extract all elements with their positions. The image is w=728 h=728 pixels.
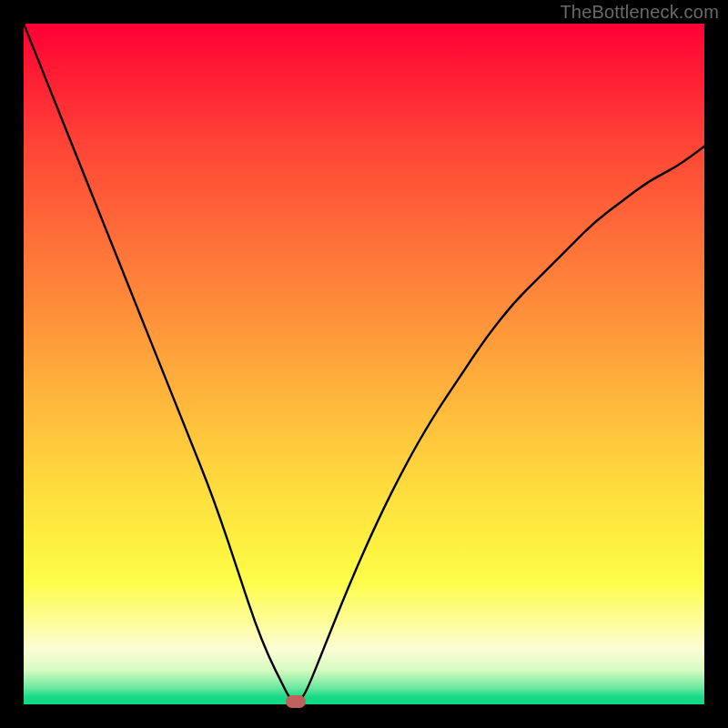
watermark-text: TheBottleneck.com <box>560 2 719 23</box>
plot-area <box>24 24 704 704</box>
bottleneck-curve <box>24 24 704 704</box>
minimum-marker <box>286 695 306 708</box>
chart-frame: TheBottleneck.com <box>0 0 728 728</box>
